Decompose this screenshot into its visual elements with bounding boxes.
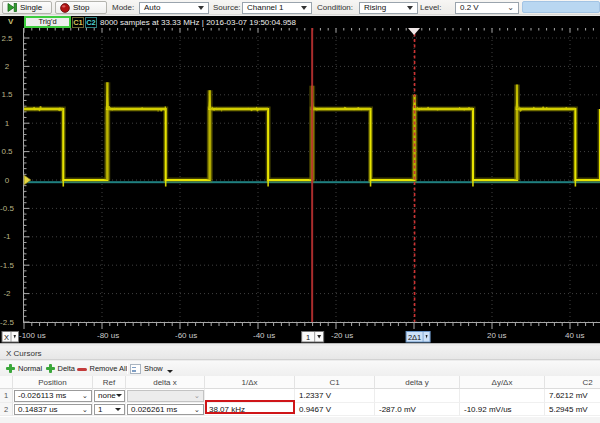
- chevron-down-icon: ⌄: [507, 4, 514, 12]
- scope-plot: 2.521.510.50-0.5-1-1.5-2-2.5-100 us-80 u…: [0, 28, 600, 343]
- c1-noise-dot: [533, 107, 535, 109]
- c1-noise-dot: [463, 109, 465, 111]
- row1-delta-y-cell: [375, 389, 460, 403]
- chevron-down-icon: [167, 370, 173, 373]
- column-header-ref[interactable]: Ref: [93, 376, 126, 389]
- row1-ref-select[interactable]: none: [94, 390, 125, 402]
- toolbar-separator: [127, 363, 128, 374]
- c1-noise-dot: [33, 107, 35, 109]
- cursor-1-flag[interactable]: [302, 332, 324, 343]
- column-header-c1[interactable]: C1: [295, 376, 375, 389]
- level-label: Level:: [420, 0, 441, 15]
- add-normal-cursor-label: Normal: [18, 364, 42, 373]
- level-slider-strip[interactable]: [522, 1, 600, 13]
- column-header-dy-dx[interactable]: Δy/Δx: [460, 376, 545, 389]
- c1-noise-dot: [160, 109, 162, 111]
- c1-noise-dot: [39, 109, 41, 111]
- column-header-position[interactable]: Position: [13, 376, 93, 389]
- chevron-down-icon: ⌄: [194, 406, 200, 413]
- row1-c1-cell: 1.2337 V: [295, 389, 375, 403]
- c1-noise-dot: [357, 107, 359, 109]
- row2-dy-dx-cell: -10.92 mV/us: [460, 403, 545, 417]
- cursor-2-flag-label: 2Δ1: [408, 333, 421, 342]
- c1-noise-dot: [437, 109, 439, 111]
- highlight-annotation-box: [205, 400, 295, 414]
- row1-position-value: -0.026113 ms: [15, 391, 82, 400]
- c1-noise-dot: [459, 107, 460, 108]
- plus-icon: [6, 364, 15, 373]
- y-axis-tick-label: 0.5: [1, 147, 13, 156]
- column-header-rownum: [0, 376, 13, 389]
- source-label: Source:: [213, 0, 241, 15]
- c1-noise-dot: [141, 107, 143, 109]
- row1-dy-dx-cell: [460, 389, 545, 403]
- mode-label: Mode:: [112, 0, 134, 15]
- c1-noise-dot: [565, 107, 567, 109]
- c1-noise-dot: [164, 106, 166, 108]
- x-axis-tick-label: 20 us: [487, 331, 507, 340]
- show-menu-button[interactable]: Show: [130, 362, 173, 375]
- c1-noise-dot: [562, 108, 563, 109]
- level-combobox[interactable]: 0.2 V ⌄: [455, 2, 519, 14]
- y-axis-tick-label: 0: [5, 176, 10, 185]
- waveforms-scope-window: Single Stop Mode: Auto Source: Channel 1…: [0, 0, 600, 423]
- stop-button[interactable]: Stop: [55, 1, 107, 14]
- add-normal-cursor-button[interactable]: Normal: [6, 362, 42, 375]
- column-header-delta-x[interactable]: delta x: [126, 376, 205, 389]
- dropdown-arrow-icon: [407, 6, 413, 10]
- channel2-toggle[interactable]: C2: [85, 17, 97, 28]
- c1-noise-dot: [250, 109, 252, 111]
- x-cursors-panel-title: X Cursors: [6, 349, 42, 358]
- y-axis-tick-label: -2.5: [0, 318, 14, 327]
- cursors-table: Position Ref delta x 1/Δx C1 delta y Δy/…: [0, 376, 600, 417]
- row1-delta-x-combobox: ⌄: [127, 390, 204, 402]
- x-axis-tick-label: -80 us: [97, 331, 119, 340]
- c1-noise-dot: [345, 107, 346, 108]
- c1-noise-dot: [360, 109, 362, 111]
- row2-position-combobox[interactable]: 0.14837 us ⌄: [14, 404, 92, 416]
- dropdown-arrow-icon: [116, 394, 122, 397]
- single-acquisition-icon: [7, 3, 17, 12]
- y-axis-tick-label: -1.5: [0, 261, 14, 270]
- column-header-delta-y[interactable]: delta y: [375, 376, 460, 389]
- source-select[interactable]: Channel 1: [242, 2, 312, 14]
- stop-button-label: Stop: [73, 3, 89, 12]
- row2-ref-select[interactable]: 1: [94, 404, 125, 416]
- x-cursors-toolbar: Normal Delta Remove All Show: [0, 361, 600, 376]
- dropdown-arrow-icon: [198, 6, 204, 10]
- minus-icon: [77, 368, 87, 371]
- c1-noise-dot: [164, 109, 166, 111]
- condition-select[interactable]: Rising: [359, 2, 418, 14]
- mode-select[interactable]: Auto: [139, 2, 209, 14]
- condition-label: Condition:: [317, 0, 353, 15]
- stop-icon: [60, 3, 70, 13]
- row2-number: 2: [0, 403, 13, 417]
- single-button-label: Single: [20, 3, 42, 12]
- y-axis-tick-label: -0.5: [0, 204, 14, 213]
- c1-noise-dot: [213, 109, 215, 111]
- column-header-c2[interactable]: C2: [545, 376, 600, 389]
- acquisition-info-text: 8000 samples at 33.33 MHz | 2016-03-07 1…: [100, 18, 296, 27]
- c1-noise-dot: [468, 107, 470, 109]
- row1-number: 1: [0, 389, 13, 403]
- x-cursors-panel-header: X Cursors: [0, 346, 600, 360]
- y-axis-unit-label[interactable]: V: [8, 17, 13, 26]
- add-delta-cursor-button[interactable]: Delta: [46, 362, 76, 375]
- single-button[interactable]: Single: [2, 1, 52, 14]
- row2-c1-cell: 0.9467 V: [295, 403, 375, 417]
- y-axis-tick-label: -1: [3, 232, 11, 241]
- condition-value: Rising: [360, 3, 407, 13]
- show-columns-icon: [130, 364, 141, 374]
- row1-position-combobox[interactable]: -0.026113 ms ⌄: [14, 390, 92, 402]
- c1-noise-dot: [247, 108, 249, 110]
- remove-all-cursors-button[interactable]: Remove All: [77, 362, 128, 375]
- channel1-toggle[interactable]: C1: [72, 17, 84, 28]
- x-axis-tick-label: -100 us: [19, 331, 46, 340]
- level-value: 0.2 V: [456, 3, 507, 13]
- c1-noise-dot: [353, 109, 355, 111]
- scope-plot-area: 2.521.510.50-0.5-1-1.5-2-2.5-100 us-80 u…: [0, 28, 600, 343]
- row2-delta-x-combobox[interactable]: 0.026261 ms ⌄: [127, 404, 204, 416]
- column-header-inv-dx[interactable]: 1/Δx: [205, 376, 295, 389]
- row2-position-value: 0.14837 us: [15, 405, 82, 414]
- cursor-1-flag-label: 1: [306, 333, 310, 342]
